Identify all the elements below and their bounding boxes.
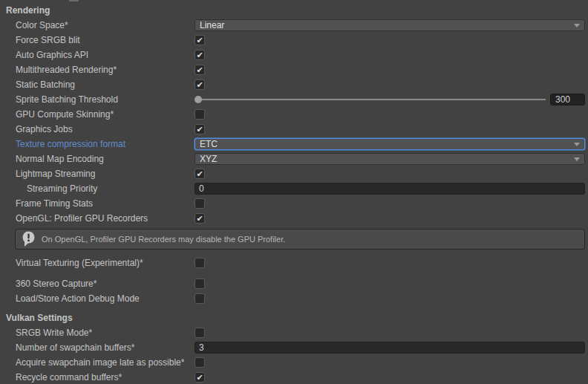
dropdown-value: ETC <box>200 139 574 149</box>
checkmark-icon: ✔ <box>196 373 203 381</box>
settings-row-srgb-write-mode: SRGB Write Mode* <box>0 325 588 340</box>
settings-row-streaming-priority: Streaming Priority0 <box>0 181 588 196</box>
sprite-batching-threshold-slider[interactable] <box>195 94 546 105</box>
settings-row-static-batching: Static Batching✔ <box>0 77 588 92</box>
row-label: Static Batching <box>16 79 195 90</box>
row-label: Virtual Texturing (Experimental)* <box>16 258 195 268</box>
row-control: ✔ <box>195 79 585 90</box>
lightmap-streaming-checkbox[interactable]: ✔ <box>195 169 205 179</box>
load-store-action-debug-mode-checkbox[interactable] <box>195 293 205 304</box>
settings-row-sprite-batching-threshold: Sprite Batching Threshold300 <box>0 92 588 107</box>
field-value: 3 <box>199 342 204 353</box>
settings-row-graphics-jobs: Graphics Jobs✔ <box>0 122 588 137</box>
row-control: 0 <box>195 183 585 195</box>
checkmark-icon: ✔ <box>196 80 203 88</box>
row-control: Linear <box>195 19 585 31</box>
exclamation-bubble-icon <box>22 231 36 248</box>
dropdown-value: Linear <box>200 20 574 30</box>
row-label: 360 Stereo Capture* <box>16 279 195 289</box>
sprite-batching-threshold-value-field[interactable]: 300 <box>550 94 585 105</box>
row-control: ✔ <box>195 169 585 179</box>
settings-row-number-of-swapchain-buffers: Number of swapchain buffers*3 <box>0 340 588 355</box>
row-label: OpenGL: Profiler GPU Recorders <box>16 213 195 224</box>
row-label: Lightmap Streaming <box>16 169 195 179</box>
acquire-swapchain-image-late-as-possible-checkbox[interactable] <box>195 357 205 368</box>
row-label: SRGB Write Mode* <box>16 328 195 338</box>
settings-row-normal-map-encoding: Normal Map EncodingXYZ <box>0 152 588 166</box>
row-label: Auto Graphics API <box>16 50 195 60</box>
row-label: Normal Map Encoding <box>16 154 195 164</box>
row-label: Texture compression format <box>16 139 195 149</box>
recycle-command-buffers-checkbox[interactable]: ✔ <box>195 372 205 383</box>
color-space-dropdown[interactable]: Linear <box>195 19 585 31</box>
settings-row-auto-graphics-api: Auto Graphics API✔ <box>0 48 588 62</box>
row-label: Load/Store Action Debug Mode <box>16 293 195 304</box>
helpbox-text: On OpenGL, Profiler GPU Recorders may di… <box>42 235 285 244</box>
streaming-priority-field[interactable]: 0 <box>195 183 585 195</box>
row-control <box>195 279 585 289</box>
row-label: Force SRGB blit <box>16 35 195 45</box>
row-label: Acquire swapchain image late as possible… <box>16 357 195 368</box>
section-title: Rendering <box>6 5 185 16</box>
virtual-texturing-experimental-checkbox[interactable] <box>195 258 205 268</box>
row-label: GPU Compute Skinning* <box>16 109 195 120</box>
settings-row-gpu-compute-skinning: GPU Compute Skinning* <box>0 107 588 122</box>
row-label: Recycle command buffers* <box>16 372 195 383</box>
row-label: Graphics Jobs <box>16 124 195 134</box>
graphics-jobs-checkbox[interactable]: ✔ <box>195 124 205 134</box>
row-control: 300 <box>195 94 585 105</box>
settings-row-frame-timing-stats: Frame Timing Stats <box>0 196 588 211</box>
settings-row-load-store-action-debug-mode: Load/Store Action Debug Mode <box>0 291 588 306</box>
checkmark-icon: ✔ <box>196 169 203 178</box>
360-stereo-capture-checkbox[interactable] <box>195 279 205 289</box>
settings-row-color-space: Color Space*Linear <box>0 18 588 33</box>
opengl-profiler-gpu-recorders-checkbox[interactable]: ✔ <box>195 213 205 224</box>
settings-row-force-srgb-blit: Force SRGB blit✔ <box>0 33 588 48</box>
settings-row-recycle-command-buffers: Recycle command buffers*✔ <box>0 370 588 384</box>
normal-map-encoding-dropdown[interactable]: XYZ <box>195 153 585 165</box>
frame-timing-stats-checkbox[interactable] <box>195 198 205 209</box>
row-label: Sprite Batching Threshold <box>16 94 195 105</box>
settings-row-acquire-swapchain-image-late-as-possible: Acquire swapchain image late as possible… <box>0 355 588 370</box>
chevron-down-icon <box>574 157 580 161</box>
checkmark-icon: ✔ <box>196 36 203 44</box>
force-srgb-blit-checkbox[interactable]: ✔ <box>195 35 205 45</box>
row-control: ✔ <box>195 65 585 75</box>
row-label: Multithreaded Rendering* <box>16 65 195 75</box>
row-label: Frame Timing Stats <box>16 198 195 209</box>
row-label: Number of swapchain buffers* <box>16 342 195 353</box>
section-title: Vulkan Settings <box>6 313 185 323</box>
row-label: Color Space* <box>16 20 195 30</box>
section-header-rendering: Rendering <box>0 3 588 18</box>
slider-value-text: 300 <box>555 94 570 105</box>
chevron-down-icon <box>574 143 580 146</box>
number-of-swapchain-buffers-field[interactable]: 3 <box>195 342 585 354</box>
slider-thumb[interactable] <box>195 96 202 103</box>
row-control <box>195 357 585 368</box>
row-label: Streaming Priority <box>16 183 195 194</box>
row-control <box>195 198 585 209</box>
settings-panel: RenderingColor Space*LinearForce SRGB bl… <box>0 0 588 384</box>
helpbox-opengl-warning: On OpenGL, Profiler GPU Recorders may di… <box>15 229 585 250</box>
row-control <box>195 258 585 268</box>
row-control: 3 <box>195 342 585 354</box>
row-control: ETC <box>195 138 585 150</box>
settings-row-opengl-profiler-gpu-recorders: OpenGL: Profiler GPU Recorders✔ <box>0 211 588 226</box>
row-control: ✔ <box>195 372 585 383</box>
dropdown-value: XYZ <box>200 154 574 164</box>
multithreaded-rendering-checkbox[interactable]: ✔ <box>195 65 205 75</box>
texture-compression-format-dropdown[interactable]: ETC <box>195 138 585 150</box>
row-control <box>195 328 585 338</box>
row-control: ✔ <box>195 213 585 224</box>
srgb-write-mode-checkbox[interactable] <box>195 328 205 338</box>
static-batching-checkbox[interactable]: ✔ <box>195 79 205 90</box>
row-control <box>195 293 585 304</box>
checkmark-icon: ✔ <box>196 51 203 59</box>
row-spacer <box>0 270 588 276</box>
field-value: 0 <box>199 183 204 194</box>
gpu-compute-skinning-checkbox[interactable] <box>195 109 205 120</box>
settings-row-lightmap-streaming: Lightmap Streaming✔ <box>0 166 588 181</box>
settings-row-multithreaded-rendering: Multithreaded Rendering*✔ <box>0 62 588 77</box>
auto-graphics-api-checkbox[interactable]: ✔ <box>195 50 205 60</box>
section-header-vulkan-settings: Vulkan Settings <box>0 310 588 325</box>
